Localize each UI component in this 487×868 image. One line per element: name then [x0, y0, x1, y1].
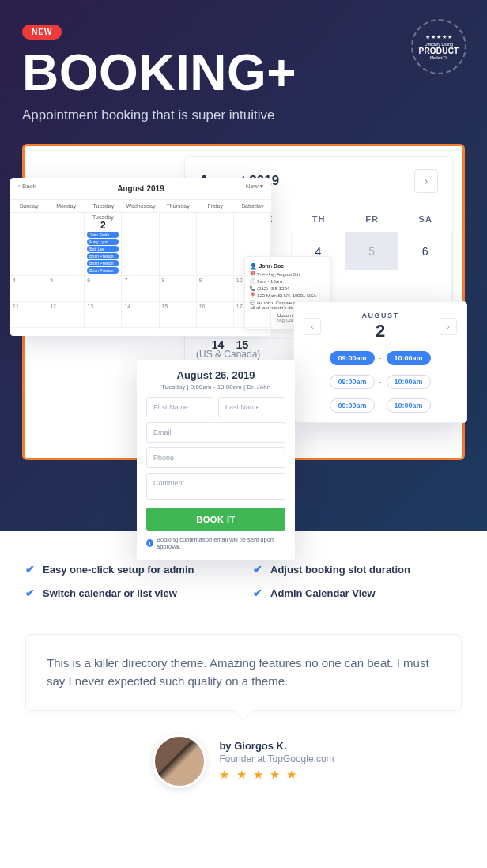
admin-busy-day[interactable]: Tuesday 2 John Smith Mary Lynn Bob Lee B… — [85, 213, 122, 276]
info-icon: i — [146, 539, 153, 547]
last-name-input[interactable]: Last Name — [218, 397, 285, 417]
feature-item: ✔Admin Calendar View — [253, 587, 462, 599]
author-name: by Giorgos K. — [219, 740, 334, 752]
book-it-button[interactable]: BOOK IT — [146, 508, 285, 531]
cal-week-fragment: 14 15 — [206, 333, 255, 357]
time-slot[interactable]: 10:00am — [387, 375, 431, 389]
screenshot-frame: August 2019 › TU WE TH FR SA 2 3 4 5 6 9 — [22, 144, 465, 460]
comment-input[interactable]: Comment — [146, 473, 285, 500]
feature-item: ✔Switch calendar or list view — [25, 587, 234, 599]
testimonial: This is a killer directory theme. Amazin… — [25, 634, 462, 711]
phone-input[interactable]: Phone — [146, 447, 285, 468]
popover-day: 2 — [362, 321, 399, 342]
page-subtitle: Appointment booking that is super intuit… — [22, 108, 465, 123]
cal-head: SA — [398, 206, 452, 232]
cal-day-disabled: 5 — [345, 232, 399, 270]
calendar-next[interactable]: › — [414, 169, 438, 193]
check-icon: ✔ — [25, 563, 35, 576]
day-slot-popover: ‹ AUGUST 2 › 09:00am-10:00am 09:00am-10:… — [293, 301, 467, 423]
dots-decoration — [315, 418, 474, 505]
time-slot[interactable]: 09:00am — [330, 375, 374, 389]
cal-head: TH — [292, 206, 345, 232]
feature-item: ✔Adjust booking slot duration — [253, 563, 462, 576]
author-role: Founder at TopGoogle.com — [219, 753, 334, 764]
popover-month: AUGUST — [362, 311, 399, 319]
author-section: by Giorgos K. Founder at TopGoogle.com ★… — [25, 734, 462, 812]
admin-calendar: ‹ Back New ▾ August 2019 Sunday Monday T… — [10, 178, 271, 336]
feature-item: ✔Easy one-click setup for admin — [25, 563, 234, 576]
day-prev[interactable]: ‹ — [304, 318, 321, 335]
booking-date: August 26, 2019 — [146, 369, 285, 381]
check-icon: ✔ — [25, 587, 35, 599]
time-slot[interactable]: 09:00am — [330, 398, 374, 413]
time-slot[interactable]: 10:00am — [387, 351, 431, 365]
first-name-input[interactable]: First Name — [146, 397, 213, 417]
booking-form: August 26, 2019 Tuesday | 9:00am - 10:00… — [137, 360, 295, 560]
booking-subtitle: Tuesday | 9:00am - 10:00am | Dr. John — [146, 383, 285, 391]
features-section: ✔Easy one-click setup for admin ✔Adjust … — [0, 531, 487, 820]
cal-day[interactable]: 6 — [398, 232, 452, 270]
author-stars: ★ ★ ★ ★ ★ — [219, 768, 334, 782]
check-icon: ✔ — [253, 563, 262, 576]
time-slot[interactable]: 10:00am — [387, 398, 431, 413]
new-badge: NEW — [22, 25, 62, 40]
product-seal: ★★★★★ Directory Listing PRODUCT Market F… — [411, 19, 466, 74]
time-slot[interactable]: 09:00am — [330, 351, 374, 365]
avatar — [153, 734, 206, 788]
page-title: BOOKING+ — [22, 47, 465, 98]
hero-section: NEW ★★★★★ Directory Listing PRODUCT Mark… — [0, 0, 487, 531]
day-next[interactable]: › — [440, 318, 457, 335]
email-input[interactable]: Email — [146, 422, 285, 443]
booking-note: iBooking confirmation email will be sent… — [146, 536, 285, 550]
check-icon: ✔ — [253, 587, 262, 599]
admin-cal-month: August 2019 — [10, 184, 271, 193]
cal-head: FR — [345, 206, 399, 232]
